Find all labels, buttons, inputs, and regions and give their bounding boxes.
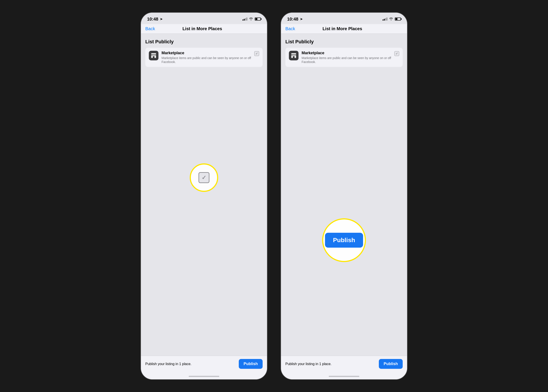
marketplace-item-2: Marketplace Marketplace items are public… (285, 48, 403, 67)
phone-2: 10:48 ➤ (281, 12, 407, 380)
nav-bar-1: Back List in More Places (141, 24, 267, 34)
status-time-2: 10:48 ➤ (287, 17, 303, 22)
marketplace-desc-1: Marketplace items are public and can be … (162, 56, 251, 64)
back-button-1[interactable]: Back (145, 26, 155, 31)
nav-title-1: List in More Places (183, 26, 222, 31)
battery-icon-1 (255, 17, 261, 21)
battery-icon-2 (395, 17, 401, 21)
svg-rect-3 (153, 56, 155, 58)
bottom-bar-2: Publish your listing in 1 place. Publish (281, 356, 407, 373)
store-icon-1 (150, 53, 157, 59)
marketplace-icon-2 (289, 51, 299, 60)
checkbox-zoom-circle-1 (190, 163, 218, 192)
wifi-icon-2 (389, 17, 393, 21)
signal-icon-2 (383, 17, 387, 21)
signal-icon-1 (242, 17, 247, 21)
marketplace-name-1: Marketplace (162, 51, 251, 55)
bottom-text-1: Publish your listing in 1 place. (145, 362, 192, 366)
annotation-arrow-1 (141, 380, 267, 392)
annotation-arrow-2 (281, 380, 407, 392)
phone-1: 10:48 ➤ (141, 12, 267, 380)
content-area-1: List Publicly Marketplace Marketp (141, 34, 267, 356)
status-time-1: 10:48 ➤ (147, 17, 163, 22)
marketplace-checkbox-2[interactable] (394, 51, 399, 56)
marketplace-desc-2: Marketplace items are public and can be … (302, 56, 391, 64)
marketplace-name-2: Marketplace (302, 51, 391, 55)
bottom-text-2: Publish your listing in 1 place. (285, 362, 332, 366)
phone-2-wrapper: 10:48 ➤ (281, 12, 407, 380)
home-bar-1 (189, 376, 219, 377)
location-arrow-icon-1: ➤ (160, 17, 163, 21)
bottom-bar-1: Publish your listing in 1 place. Publish (141, 356, 267, 373)
zoomed-publish-button-2[interactable]: Publish (325, 233, 363, 248)
marketplace-checkbox-1[interactable] (254, 51, 259, 56)
zoomed-checkbox-1 (199, 172, 209, 183)
nav-title-2: List in More Places (323, 26, 362, 31)
main-container: 10:48 ➤ (141, 12, 407, 380)
phone-1-wrapper: 10:48 ➤ (141, 12, 267, 380)
home-indicator-2 (281, 373, 407, 379)
store-icon-2 (291, 53, 297, 59)
section-title-1: List Publicly (145, 39, 263, 45)
marketplace-info-1: Marketplace Marketplace items are public… (162, 51, 251, 64)
home-indicator-1 (141, 373, 267, 379)
status-icons-1 (242, 17, 261, 21)
back-button-2[interactable]: Back (285, 26, 295, 31)
marketplace-icon-1 (149, 51, 158, 60)
publish-button-1[interactable]: Publish (239, 359, 263, 369)
publish-button-2[interactable]: Publish (379, 359, 403, 369)
home-bar-2 (329, 376, 359, 377)
publish-zoom-circle-2: Publish (322, 218, 366, 262)
section-title-2: List Publicly (285, 39, 403, 45)
marketplace-item-1: Marketplace Marketplace items are public… (145, 48, 263, 67)
svg-rect-9 (293, 56, 295, 58)
status-bar-2: 10:48 ➤ (281, 13, 407, 24)
wifi-icon-1 (249, 17, 253, 21)
location-arrow-icon-2: ➤ (300, 17, 303, 21)
marketplace-info-2: Marketplace Marketplace items are public… (302, 51, 391, 64)
status-bar-1: 10:48 ➤ (141, 13, 267, 24)
content-area-2: List Publicly Marketplace Marketp (281, 34, 407, 356)
status-icons-2 (383, 17, 401, 21)
nav-bar-2: Back List in More Places (281, 24, 407, 34)
